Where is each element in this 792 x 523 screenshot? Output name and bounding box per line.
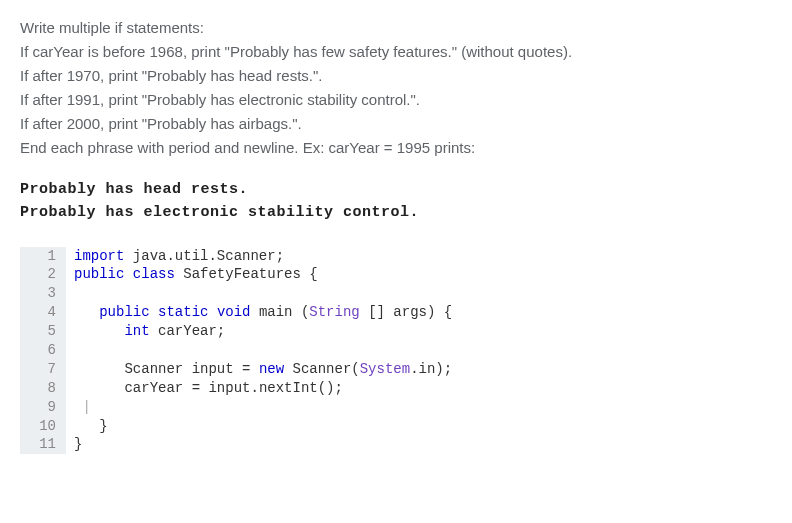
var-caryear: carYear — [158, 323, 217, 339]
example-output-line: Probably has electronic stability contro… — [20, 201, 772, 224]
code-row: 9 | — [20, 398, 772, 417]
code-row: 3 — [20, 284, 772, 303]
var-input: input — [208, 380, 250, 396]
line-number: 11 — [20, 435, 66, 454]
instruction-line: End each phrase with period and newline.… — [20, 136, 772, 160]
package-path: java.util.Scanner — [133, 248, 276, 264]
example-output-block: Probably has head rests. Probably has el… — [20, 178, 772, 225]
code-line: Scanner input = new Scanner(System.in); — [66, 360, 452, 379]
line-number: 3 — [20, 284, 66, 303]
code-line — [66, 341, 82, 360]
method-main: main — [259, 304, 293, 320]
example-output-line: Probably has head rests. — [20, 178, 772, 201]
line-number: 1 — [20, 247, 66, 266]
code-row: 6 — [20, 341, 772, 360]
instruction-line: If after 1970, print "Probably has head … — [20, 64, 772, 88]
code-line: } — [66, 435, 82, 454]
keyword-public: public — [99, 304, 149, 320]
code-row: 4 public static void main (String [] arg… — [20, 303, 772, 322]
type-scanner: Scanner — [293, 361, 352, 377]
line-number: 7 — [20, 360, 66, 379]
class-system: System — [360, 361, 410, 377]
code-line: } — [66, 417, 108, 436]
code-row: 5 int carYear; — [20, 322, 772, 341]
line-number: 10 — [20, 417, 66, 436]
code-line — [66, 284, 82, 303]
code-row: 8 carYear = input.nextInt(); — [20, 379, 772, 398]
keyword-public: public — [74, 266, 124, 282]
cursor-icon: | — [82, 399, 90, 415]
code-line: | — [66, 398, 91, 417]
field-in: in — [419, 361, 436, 377]
code-row: 2 public class SafetyFeatures { — [20, 265, 772, 284]
var-caryear: carYear — [124, 380, 183, 396]
code-editor[interactable]: 1 import java.util.Scanner; 2 public cla… — [20, 247, 772, 455]
instruction-line: Write multiple if statements: — [20, 16, 772, 40]
keyword-int: int — [124, 323, 149, 339]
type-string: String — [309, 304, 359, 320]
code-row: 1 import java.util.Scanner; — [20, 247, 772, 266]
class-name: SafetyFeatures — [183, 266, 301, 282]
keyword-static: static — [158, 304, 208, 320]
code-line: import java.util.Scanner; — [66, 247, 284, 266]
line-number: 9 — [20, 398, 66, 417]
method-nextint: nextInt — [259, 380, 318, 396]
param-args: args — [393, 304, 427, 320]
line-number: 4 — [20, 303, 66, 322]
code-row: 7 Scanner input = new Scanner(System.in)… — [20, 360, 772, 379]
keyword-new: new — [259, 361, 284, 377]
instruction-line: If after 1991, print "Probably has elect… — [20, 88, 772, 112]
keyword-import: import — [74, 248, 124, 264]
var-input: input — [192, 361, 234, 377]
line-number: 2 — [20, 265, 66, 284]
code-line: carYear = input.nextInt(); — [66, 379, 343, 398]
line-number: 8 — [20, 379, 66, 398]
instruction-line: If after 2000, print "Probably has airba… — [20, 112, 772, 136]
code-row: 11 } — [20, 435, 772, 454]
instruction-line: If carYear is before 1968, print "Probab… — [20, 40, 772, 64]
keyword-class: class — [133, 266, 175, 282]
code-line: int carYear; — [66, 322, 225, 341]
code-row: 10 } — [20, 417, 772, 436]
line-number: 5 — [20, 322, 66, 341]
code-line: public class SafetyFeatures { — [66, 265, 318, 284]
line-number: 6 — [20, 341, 66, 360]
keyword-void: void — [217, 304, 251, 320]
code-line: public static void main (String [] args)… — [66, 303, 452, 322]
instructions-block: Write multiple if statements: If carYear… — [20, 16, 772, 160]
type-scanner: Scanner — [124, 361, 183, 377]
